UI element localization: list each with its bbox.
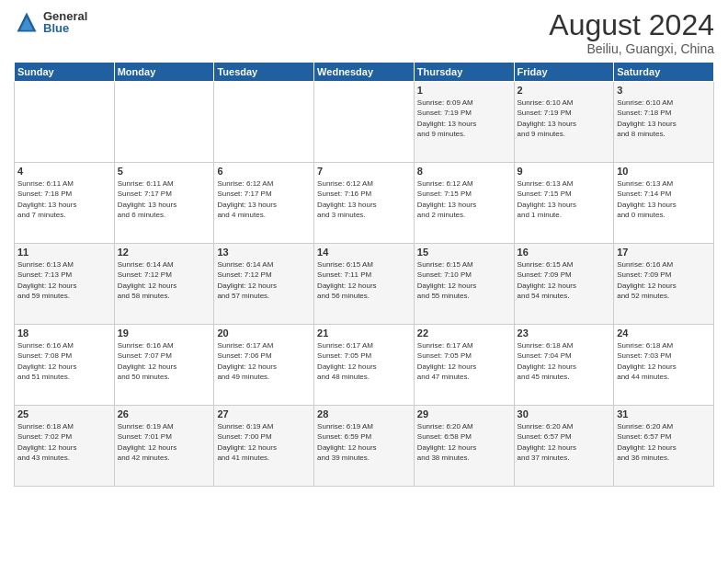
calendar-cell: 23Sunrise: 6:18 AMSunset: 7:04 PMDayligh… (514, 325, 614, 406)
calendar-cell: 16Sunrise: 6:15 AMSunset: 7:09 PMDayligh… (514, 244, 614, 325)
day-number: 6 (217, 166, 311, 177)
day-number: 22 (417, 327, 511, 339)
day-detail: Sunrise: 6:16 AMSunset: 7:09 PMDaylight:… (617, 259, 711, 301)
main-title: August 2024 (549, 9, 714, 41)
day-number: 31 (617, 408, 711, 419)
day-number: 13 (217, 247, 311, 258)
day-detail: Sunrise: 6:19 AMSunset: 7:00 PMDaylight:… (217, 421, 311, 463)
calendar-cell: 7Sunrise: 6:12 AMSunset: 7:16 PMDaylight… (314, 163, 415, 244)
day-detail: Sunrise: 6:14 AMSunset: 7:12 PMDaylight:… (217, 259, 311, 301)
calendar-cell (114, 82, 214, 163)
calendar-week-4: 18Sunrise: 6:16 AMSunset: 7:08 PMDayligh… (15, 325, 714, 406)
calendar-cell: 25Sunrise: 6:18 AMSunset: 7:02 PMDayligh… (15, 406, 115, 487)
calendar-cell: 28Sunrise: 6:19 AMSunset: 6:59 PMDayligh… (314, 406, 415, 487)
day-number: 15 (417, 247, 511, 258)
calendar-cell: 15Sunrise: 6:15 AMSunset: 7:10 PMDayligh… (414, 244, 514, 325)
day-detail: Sunrise: 6:17 AMSunset: 7:06 PMDaylight:… (217, 340, 311, 382)
day-detail: Sunrise: 6:19 AMSunset: 7:01 PMDaylight:… (118, 421, 211, 463)
calendar-week-3: 11Sunrise: 6:13 AMSunset: 7:13 PMDayligh… (15, 244, 714, 325)
calendar-cell: 12Sunrise: 6:14 AMSunset: 7:12 PMDayligh… (114, 244, 214, 325)
calendar-cell: 13Sunrise: 6:14 AMSunset: 7:12 PMDayligh… (214, 244, 314, 325)
calendar-week-5: 25Sunrise: 6:18 AMSunset: 7:02 PMDayligh… (15, 406, 714, 487)
day-number: 25 (17, 408, 111, 419)
day-number: 12 (118, 247, 211, 258)
day-detail: Sunrise: 6:12 AMSunset: 7:17 PMDaylight:… (217, 178, 311, 220)
day-detail: Sunrise: 6:13 AMSunset: 7:14 PMDaylight:… (617, 178, 711, 220)
day-number: 27 (217, 408, 311, 419)
header-day-sunday: Sunday (15, 63, 115, 82)
calendar-cell: 19Sunrise: 6:16 AMSunset: 7:07 PMDayligh… (114, 325, 214, 406)
header-day-wednesday: Wednesday (314, 63, 415, 82)
subtitle: Beiliu, Guangxi, China (549, 41, 714, 56)
day-detail: Sunrise: 6:14 AMSunset: 7:12 PMDaylight:… (118, 259, 211, 301)
title-block: August 2024 Beiliu, Guangxi, China (549, 9, 714, 56)
day-number: 9 (518, 166, 611, 177)
day-detail: Sunrise: 6:18 AMSunset: 7:02 PMDaylight:… (17, 421, 111, 463)
calendar-week-2: 4Sunrise: 6:11 AMSunset: 7:18 PMDaylight… (15, 163, 714, 244)
main-container: General Blue August 2024 Beiliu, Guangxi… (0, 0, 728, 494)
calendar-week-1: 1Sunrise: 6:09 AMSunset: 7:19 PMDaylight… (15, 82, 714, 163)
calendar-cell: 6Sunrise: 6:12 AMSunset: 7:17 PMDaylight… (214, 163, 314, 244)
header-day-monday: Monday (114, 63, 214, 82)
day-number: 8 (417, 166, 511, 177)
header: General Blue August 2024 Beiliu, Guangxi… (14, 9, 714, 56)
calendar-cell (15, 82, 115, 163)
day-number: 3 (617, 85, 711, 96)
calendar-cell: 22Sunrise: 6:17 AMSunset: 7:05 PMDayligh… (414, 325, 514, 406)
logo-blue: Blue (43, 22, 87, 34)
calendar-cell: 10Sunrise: 6:13 AMSunset: 7:14 PMDayligh… (614, 163, 714, 244)
calendar-cell: 14Sunrise: 6:15 AMSunset: 7:11 PMDayligh… (314, 244, 415, 325)
day-detail: Sunrise: 6:15 AMSunset: 7:10 PMDaylight:… (417, 259, 511, 301)
day-number: 7 (317, 166, 411, 177)
day-number: 29 (417, 408, 511, 419)
day-detail: Sunrise: 6:17 AMSunset: 7:05 PMDaylight:… (317, 340, 411, 382)
day-detail: Sunrise: 6:19 AMSunset: 6:59 PMDaylight:… (317, 421, 411, 463)
day-detail: Sunrise: 6:16 AMSunset: 7:07 PMDaylight:… (118, 340, 211, 382)
day-detail: Sunrise: 6:15 AMSunset: 7:09 PMDaylight:… (518, 259, 611, 301)
calendar-cell (214, 82, 314, 163)
day-detail: Sunrise: 6:09 AMSunset: 7:19 PMDaylight:… (417, 98, 511, 139)
logo-text: General Blue (43, 10, 87, 34)
day-detail: Sunrise: 6:18 AMSunset: 7:04 PMDaylight:… (518, 340, 611, 382)
logo: General Blue (14, 9, 87, 35)
header-day-thursday: Thursday (414, 63, 514, 82)
calendar-cell (314, 82, 415, 163)
day-number: 14 (317, 247, 411, 258)
calendar-cell: 21Sunrise: 6:17 AMSunset: 7:05 PMDayligh… (314, 325, 415, 406)
day-detail: Sunrise: 6:20 AMSunset: 6:58 PMDaylight:… (417, 421, 511, 463)
day-number: 10 (617, 166, 711, 177)
day-number: 17 (617, 247, 711, 258)
calendar-cell: 5Sunrise: 6:11 AMSunset: 7:17 PMDaylight… (114, 163, 214, 244)
day-detail: Sunrise: 6:15 AMSunset: 7:11 PMDaylight:… (317, 259, 411, 301)
day-number: 30 (518, 408, 611, 419)
day-detail: Sunrise: 6:10 AMSunset: 7:18 PMDaylight:… (617, 98, 711, 139)
day-detail: Sunrise: 6:12 AMSunset: 7:16 PMDaylight:… (317, 178, 411, 220)
calendar-cell: 11Sunrise: 6:13 AMSunset: 7:13 PMDayligh… (15, 244, 115, 325)
day-number: 26 (118, 408, 211, 419)
calendar-cell: 26Sunrise: 6:19 AMSunset: 7:01 PMDayligh… (114, 406, 214, 487)
day-detail: Sunrise: 6:10 AMSunset: 7:19 PMDaylight:… (518, 98, 611, 139)
day-detail: Sunrise: 6:11 AMSunset: 7:18 PMDaylight:… (17, 178, 111, 220)
day-number: 24 (617, 327, 711, 339)
calendar-cell: 1Sunrise: 6:09 AMSunset: 7:19 PMDaylight… (414, 82, 514, 163)
day-number: 18 (17, 327, 111, 339)
calendar-cell: 2Sunrise: 6:10 AMSunset: 7:19 PMDaylight… (514, 82, 614, 163)
day-number: 11 (17, 247, 111, 258)
calendar-table: SundayMondayTuesdayWednesdayThursdayFrid… (14, 62, 714, 487)
day-number: 1 (417, 85, 511, 96)
day-detail: Sunrise: 6:20 AMSunset: 6:57 PMDaylight:… (617, 421, 711, 463)
calendar-header-row: SundayMondayTuesdayWednesdayThursdayFrid… (15, 63, 714, 82)
day-detail: Sunrise: 6:13 AMSunset: 7:15 PMDaylight:… (518, 178, 611, 220)
day-number: 19 (118, 327, 211, 339)
calendar-cell: 4Sunrise: 6:11 AMSunset: 7:18 PMDaylight… (15, 163, 115, 244)
calendar-cell: 27Sunrise: 6:19 AMSunset: 7:00 PMDayligh… (214, 406, 314, 487)
day-detail: Sunrise: 6:16 AMSunset: 7:08 PMDaylight:… (17, 340, 111, 382)
logo-icon (14, 9, 40, 35)
day-number: 21 (317, 327, 411, 339)
calendar-cell: 24Sunrise: 6:18 AMSunset: 7:03 PMDayligh… (614, 325, 714, 406)
calendar-cell: 8Sunrise: 6:12 AMSunset: 7:15 PMDaylight… (414, 163, 514, 244)
calendar-cell: 3Sunrise: 6:10 AMSunset: 7:18 PMDaylight… (614, 82, 714, 163)
day-number: 2 (518, 85, 611, 96)
day-number: 23 (518, 327, 611, 339)
day-number: 28 (317, 408, 411, 419)
